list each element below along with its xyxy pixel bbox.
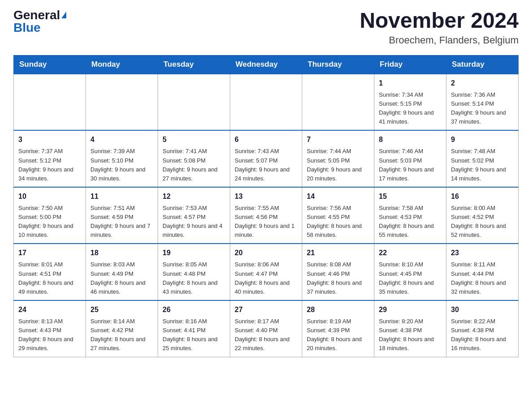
calendar-cell: 28Sunrise: 8:19 AMSunset: 4:39 PMDayligh… [302, 300, 374, 357]
calendar-cell: 29Sunrise: 8:20 AMSunset: 4:38 PMDayligh… [374, 300, 446, 357]
logo: General Blue [13, 9, 66, 34]
calendar-cell: 30Sunrise: 8:22 AMSunset: 4:38 PMDayligh… [446, 300, 519, 357]
calendar-cell [230, 74, 302, 131]
day-number: 9 [451, 134, 514, 145]
day-sun-info: Sunrise: 7:36 AMSunset: 5:14 PMDaylight:… [451, 90, 514, 127]
calendar-cell: 17Sunrise: 8:01 AMSunset: 4:51 PMDayligh… [14, 244, 86, 300]
logo-triangle-icon [61, 12, 66, 18]
calendar-cell: 14Sunrise: 7:56 AMSunset: 4:55 PMDayligh… [302, 187, 374, 244]
day-number: 28 [307, 304, 369, 315]
day-number: 1 [379, 78, 442, 89]
column-header-saturday: Saturday [446, 55, 519, 74]
calendar-cell: 6Sunrise: 7:43 AMSunset: 5:07 PMDaylight… [230, 130, 302, 187]
day-sun-info: Sunrise: 7:41 AMSunset: 5:08 PMDaylight:… [163, 147, 225, 183]
calendar-cell: 18Sunrise: 8:03 AMSunset: 4:49 PMDayligh… [86, 244, 158, 300]
calendar-cell: 25Sunrise: 8:14 AMSunset: 4:42 PMDayligh… [86, 300, 158, 357]
calendar-cell: 23Sunrise: 8:11 AMSunset: 4:44 PMDayligh… [446, 244, 519, 300]
day-sun-info: Sunrise: 8:06 AMSunset: 4:47 PMDaylight:… [235, 260, 297, 296]
day-sun-info: Sunrise: 7:51 AMSunset: 4:59 PMDaylight:… [90, 204, 153, 240]
location-subtitle: Broechem, Flanders, Belgium [360, 34, 519, 46]
calendar-week-row: 1Sunrise: 7:34 AMSunset: 5:15 PMDaylight… [14, 74, 519, 131]
column-header-wednesday: Wednesday [230, 55, 302, 74]
day-sun-info: Sunrise: 8:17 AMSunset: 4:40 PMDaylight:… [235, 317, 297, 353]
day-sun-info: Sunrise: 8:19 AMSunset: 4:39 PMDaylight:… [307, 317, 369, 353]
column-header-friday: Friday [374, 55, 446, 74]
day-number: 30 [451, 304, 514, 315]
day-sun-info: Sunrise: 7:56 AMSunset: 4:55 PMDaylight:… [307, 204, 369, 240]
day-sun-info: Sunrise: 8:14 AMSunset: 4:42 PMDaylight:… [90, 317, 153, 353]
calendar-cell: 9Sunrise: 7:48 AMSunset: 5:02 PMDaylight… [446, 130, 519, 187]
day-number: 3 [18, 134, 81, 145]
calendar-week-row: 24Sunrise: 8:13 AMSunset: 4:43 PMDayligh… [14, 300, 519, 357]
day-sun-info: Sunrise: 8:20 AMSunset: 4:38 PMDaylight:… [379, 317, 442, 353]
page-header: General Blue November 2024 Broechem, Fla… [13, 9, 519, 46]
day-sun-info: Sunrise: 7:37 AMSunset: 5:12 PMDaylight:… [18, 147, 81, 183]
calendar-cell [14, 74, 86, 131]
calendar-cell [158, 74, 230, 131]
column-header-monday: Monday [86, 55, 158, 74]
day-number: 29 [379, 304, 442, 315]
day-sun-info: Sunrise: 7:48 AMSunset: 5:02 PMDaylight:… [451, 147, 514, 183]
day-sun-info: Sunrise: 8:10 AMSunset: 4:45 PMDaylight:… [379, 260, 442, 296]
calendar-cell: 11Sunrise: 7:51 AMSunset: 4:59 PMDayligh… [86, 187, 158, 244]
calendar-cell: 15Sunrise: 7:58 AMSunset: 4:53 PMDayligh… [374, 187, 446, 244]
day-sun-info: Sunrise: 7:53 AMSunset: 4:57 PMDaylight:… [163, 204, 225, 240]
calendar-week-row: 10Sunrise: 7:50 AMSunset: 5:00 PMDayligh… [14, 187, 519, 244]
calendar-cell: 19Sunrise: 8:05 AMSunset: 4:48 PMDayligh… [158, 244, 230, 300]
column-header-tuesday: Tuesday [158, 55, 230, 74]
calendar-cell: 16Sunrise: 8:00 AMSunset: 4:52 PMDayligh… [446, 187, 519, 244]
calendar-week-row: 3Sunrise: 7:37 AMSunset: 5:12 PMDaylight… [14, 130, 519, 187]
day-number: 22 [379, 248, 442, 258]
day-sun-info: Sunrise: 7:39 AMSunset: 5:10 PMDaylight:… [90, 147, 153, 183]
day-number: 2 [451, 78, 514, 89]
calendar-cell [302, 74, 374, 131]
day-number: 19 [163, 248, 225, 258]
day-sun-info: Sunrise: 8:16 AMSunset: 4:41 PMDaylight:… [163, 317, 225, 353]
calendar-cell: 5Sunrise: 7:41 AMSunset: 5:08 PMDaylight… [158, 130, 230, 187]
calendar-cell: 8Sunrise: 7:46 AMSunset: 5:03 PMDaylight… [374, 130, 446, 187]
logo-general: General [13, 9, 60, 21]
month-year-title: November 2024 [360, 9, 519, 33]
day-number: 21 [307, 248, 369, 258]
day-sun-info: Sunrise: 8:01 AMSunset: 4:51 PMDaylight:… [18, 260, 81, 296]
day-sun-info: Sunrise: 8:11 AMSunset: 4:44 PMDaylight:… [451, 260, 514, 296]
day-number: 12 [163, 191, 225, 202]
day-sun-info: Sunrise: 8:00 AMSunset: 4:52 PMDaylight:… [451, 204, 514, 240]
calendar-table: SundayMondayTuesdayWednesdayThursdayFrid… [13, 55, 519, 357]
title-block: November 2024 Broechem, Flanders, Belgiu… [360, 9, 519, 46]
calendar-cell [86, 74, 158, 131]
day-number: 17 [18, 248, 81, 258]
calendar-cell: 26Sunrise: 8:16 AMSunset: 4:41 PMDayligh… [158, 300, 230, 357]
calendar-cell: 12Sunrise: 7:53 AMSunset: 4:57 PMDayligh… [158, 187, 230, 244]
day-number: 16 [451, 191, 514, 202]
day-number: 18 [90, 248, 153, 258]
calendar-cell: 27Sunrise: 8:17 AMSunset: 4:40 PMDayligh… [230, 300, 302, 357]
calendar-cell: 1Sunrise: 7:34 AMSunset: 5:15 PMDaylight… [374, 74, 446, 131]
calendar-cell: 2Sunrise: 7:36 AMSunset: 5:14 PMDaylight… [446, 74, 519, 131]
day-sun-info: Sunrise: 8:05 AMSunset: 4:48 PMDaylight:… [163, 260, 225, 296]
day-sun-info: Sunrise: 7:44 AMSunset: 5:05 PMDaylight:… [307, 147, 369, 183]
calendar-cell: 13Sunrise: 7:55 AMSunset: 4:56 PMDayligh… [230, 187, 302, 244]
day-number: 4 [90, 134, 153, 145]
day-sun-info: Sunrise: 8:03 AMSunset: 4:49 PMDaylight:… [90, 260, 153, 296]
day-sun-info: Sunrise: 7:58 AMSunset: 4:53 PMDaylight:… [379, 204, 442, 240]
day-number: 8 [379, 134, 442, 145]
day-sun-info: Sunrise: 7:55 AMSunset: 4:56 PMDaylight:… [235, 204, 297, 240]
day-number: 20 [235, 248, 297, 258]
day-sun-info: Sunrise: 7:46 AMSunset: 5:03 PMDaylight:… [379, 147, 442, 183]
calendar-cell: 22Sunrise: 8:10 AMSunset: 4:45 PMDayligh… [374, 244, 446, 300]
day-sun-info: Sunrise: 8:22 AMSunset: 4:38 PMDaylight:… [451, 317, 514, 353]
day-sun-info: Sunrise: 8:13 AMSunset: 4:43 PMDaylight:… [18, 317, 81, 353]
calendar-cell: 7Sunrise: 7:44 AMSunset: 5:05 PMDaylight… [302, 130, 374, 187]
calendar-header-row: SundayMondayTuesdayWednesdayThursdayFrid… [14, 55, 519, 74]
calendar-cell: 10Sunrise: 7:50 AMSunset: 5:00 PMDayligh… [14, 187, 86, 244]
day-number: 24 [18, 304, 81, 315]
day-number: 7 [307, 134, 369, 145]
day-number: 23 [451, 248, 514, 258]
day-sun-info: Sunrise: 7:50 AMSunset: 5:00 PMDaylight:… [18, 204, 81, 240]
calendar-cell: 24Sunrise: 8:13 AMSunset: 4:43 PMDayligh… [14, 300, 86, 357]
calendar-cell: 3Sunrise: 7:37 AMSunset: 5:12 PMDaylight… [14, 130, 86, 187]
day-sun-info: Sunrise: 8:08 AMSunset: 4:46 PMDaylight:… [307, 260, 369, 296]
day-number: 13 [235, 191, 297, 202]
calendar-cell: 20Sunrise: 8:06 AMSunset: 4:47 PMDayligh… [230, 244, 302, 300]
